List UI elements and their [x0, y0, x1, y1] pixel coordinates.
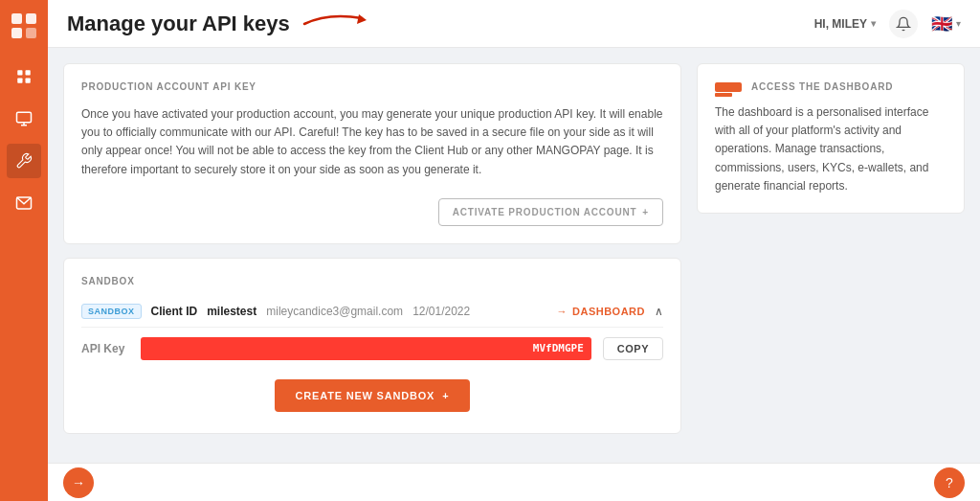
api-key-suffix: MVfDMGPE	[533, 342, 584, 354]
sidebar-item-dashboard[interactable]	[7, 59, 41, 94]
activate-btn-wrapper: ACTIVATE PRODUCTION ACCOUNT +	[81, 198, 663, 226]
create-sandbox-wrapper: CREATE NEW SANDBOX +	[81, 370, 663, 416]
access-dashboard-card: ACCESS THE DASHBOARD The dashboard is a …	[697, 63, 965, 214]
svg-rect-5	[26, 70, 31, 75]
bottom-navigate-button[interactable]: →	[63, 467, 94, 498]
sandbox-card: SANDBOX SANDBOX Client ID milestest mile…	[63, 258, 681, 434]
content-area: PRODUCTION ACCOUNT API KEY Once you have…	[48, 48, 980, 463]
sidebar-nav	[7, 59, 41, 490]
svg-marker-12	[357, 14, 367, 24]
sandbox-row: SANDBOX Client ID milestest mileycandice…	[81, 296, 663, 328]
activate-production-button[interactable]: ACTIVATE PRODUCTION ACCOUNT +	[438, 198, 663, 226]
sandbox-date: 12/01/2022	[412, 305, 470, 318]
notification-bell[interactable]	[889, 10, 918, 38]
dashboard-link-label: DASHBOARD	[572, 306, 645, 317]
copy-api-key-button[interactable]: COPY	[603, 337, 663, 360]
page-title-group: Manage your API keys	[67, 11, 376, 37]
user-greeting: HI, MILEY	[814, 17, 867, 31]
svg-rect-8	[17, 112, 32, 123]
svg-rect-4	[17, 70, 22, 75]
dashboard-card-title-row: ACCESS THE DASHBOARD	[715, 81, 947, 92]
language-chevron: ▾	[956, 18, 961, 29]
header-right: HI, MILEY ▾ 🇬🇧 ▾	[814, 10, 961, 38]
svg-rect-1	[26, 13, 36, 24]
sandbox-badge: SANDBOX	[81, 304, 142, 319]
svg-rect-0	[11, 13, 22, 24]
client-id-label: Client ID	[151, 305, 198, 318]
user-menu[interactable]: HI, MILEY ▾	[814, 17, 876, 31]
production-account-card: PRODUCTION ACCOUNT API KEY Once you have…	[63, 63, 681, 244]
api-key-label: API Key	[81, 342, 129, 355]
api-key-masked-value: MVfDMGPE	[141, 337, 591, 360]
production-card-title: PRODUCTION ACCOUNT API KEY	[81, 81, 663, 92]
flag-emoji: 🇬🇧	[931, 13, 952, 34]
sandbox-dashboard-link[interactable]: → DASHBOARD	[557, 306, 646, 317]
bottom-support-button[interactable]: ?	[934, 467, 965, 498]
main-content: Manage your API keys HI, MILEY ▾ 🇬🇧 ▾	[48, 0, 980, 501]
sidebar-item-tools[interactable]	[7, 144, 41, 178]
page-title: Manage your API keys	[67, 11, 290, 36]
logo[interactable]	[10, 11, 38, 40]
user-chevron: ▾	[871, 18, 876, 29]
svg-rect-6	[17, 79, 22, 83]
svg-rect-3	[26, 28, 36, 38]
production-card-body: Once you have activated your production …	[81, 105, 663, 179]
svg-rect-7	[26, 79, 31, 83]
sandbox-card-title: SANDBOX	[81, 276, 663, 286]
api-key-row: API Key MVfDMGPE COPY	[81, 328, 663, 370]
sidebar-item-mail[interactable]	[7, 186, 41, 220]
header: Manage your API keys HI, MILEY ▾ 🇬🇧 ▾	[48, 0, 980, 48]
create-new-sandbox-button[interactable]: CREATE NEW SANDBOX +	[275, 379, 471, 412]
dashboard-arrow-icon: →	[557, 306, 568, 317]
support-icon: ?	[946, 475, 953, 490]
left-column: PRODUCTION ACCOUNT API KEY Once you have…	[63, 63, 681, 447]
client-name: milestest	[207, 305, 256, 318]
svg-rect-2	[11, 28, 22, 38]
sandbox-expand-chevron[interactable]: ∧	[655, 305, 663, 318]
sidebar-item-monitor[interactable]	[7, 102, 41, 136]
language-selector[interactable]: 🇬🇧 ▾	[931, 13, 961, 34]
dashboard-card-body: The dashboard is a personalised interfac…	[715, 103, 947, 195]
right-column: ACCESS THE DASHBOARD The dashboard is a …	[697, 63, 965, 447]
sidebar	[0, 0, 48, 501]
dashboard-card-title: ACCESS THE DASHBOARD	[751, 81, 893, 92]
title-arrow	[300, 11, 376, 37]
bottom-arrow-icon: →	[72, 475, 85, 490]
dashboard-icon	[715, 82, 742, 92]
bottom-bar: → ?	[48, 463, 980, 501]
sandbox-email: mileycandice3@gmail.com	[266, 305, 403, 318]
